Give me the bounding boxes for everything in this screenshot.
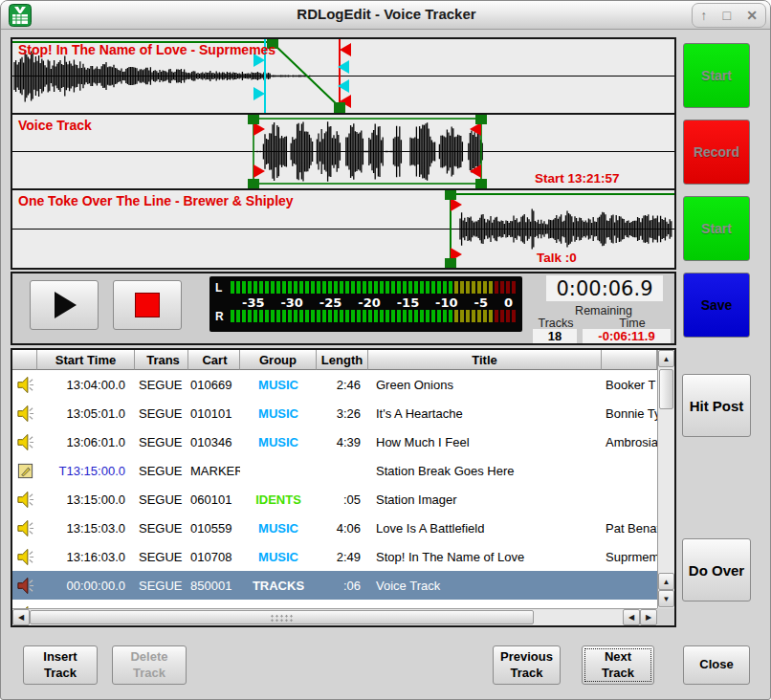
title-bar[interactable]: RDLogEdit - Voice Tracker ↑ □ ✕ (1, 1, 771, 30)
audio-cart-icon (16, 548, 34, 566)
track-title: Stop! In The Name of Love - Suprmemes (18, 42, 275, 57)
scroll-down-icon[interactable]: ▼ (658, 590, 674, 607)
col-icon[interactable] (12, 350, 37, 370)
remaining-label: Remaining (537, 304, 671, 317)
region-handle (445, 258, 456, 268)
region-handle (445, 190, 456, 200)
fade-handle (334, 102, 345, 113)
audio-cart-icon (16, 433, 34, 451)
log-row-1[interactable]: 13:04:00.0 SEGUE 010669 MUSIC 2:46 Green… (12, 370, 657, 399)
col-length[interactable]: Length (317, 350, 368, 370)
track-music-outgoing[interactable]: Stop! In The Name of Love - Suprmemes (12, 39, 674, 113)
col-cart[interactable]: Cart (188, 350, 240, 370)
region-handle (248, 115, 259, 124)
insert-track-button[interactable]: Insert Track (23, 645, 98, 685)
window-controls: ↑ □ ✕ (692, 3, 766, 28)
scroll-left-icon[interactable]: ◀ (623, 609, 640, 625)
col-start-time[interactable]: Start Time (37, 350, 135, 370)
stop-icon (135, 293, 160, 317)
time-label: Time (606, 317, 659, 330)
cue-handle-icon (253, 87, 265, 100)
start-handle-icon (451, 198, 462, 211)
log-row-4-marker[interactable]: T13:15:00.0 SEGUE MARKER Station Break G… (12, 456, 657, 485)
start-handle-icon (253, 122, 265, 136)
log-row-2[interactable]: 13:05:01.0 SEGUE 010101 MUSIC 3:26 It's … (12, 399, 657, 427)
thumb-grip (270, 614, 295, 623)
region-handle (475, 179, 487, 188)
start-time-annotation: Start 13:21:57 (535, 171, 620, 186)
audio-cart-icon (16, 405, 34, 423)
window-title: RDLogEdit - Voice Tracker (1, 6, 771, 22)
play-icon (50, 291, 78, 319)
start-handle-icon (253, 164, 265, 178)
audio-cart-icon (16, 491, 34, 509)
region-handle (248, 179, 259, 188)
meter-channel-left: L (213, 281, 231, 295)
talk-annotation: Talk :0 (537, 251, 577, 265)
scroll-up-icon[interactable]: ▲ (658, 350, 674, 367)
level-meter: L -35 -30 -25 -20 -15 -10 -5 0 R (209, 276, 522, 332)
col-group[interactable]: Group (240, 350, 317, 370)
tracks-remaining-value: 18 (533, 329, 577, 343)
track-music-incoming[interactable]: One Toke Over The Line - Brewer & Shiple… (12, 190, 674, 268)
track-voice[interactable]: Voice Track Start 13:21:57 (12, 115, 674, 188)
meter-right-segments (231, 310, 518, 322)
log-row-7[interactable]: 13:16:03.0 SEGUE 010708 MUSIC 2:49 Stop!… (12, 542, 657, 571)
vertical-scroll-thumb[interactable] (659, 369, 673, 409)
col-title[interactable]: Title (368, 350, 602, 370)
log-row-9[interactable]: 13:17:04.0 SEGUE 010175 MUSIC 3:17 One T… (12, 600, 657, 608)
region-handle (475, 115, 487, 124)
shade-icon[interactable]: ↑ (700, 9, 707, 22)
col-trans[interactable]: Trans (135, 350, 188, 370)
marker-note-icon (16, 462, 34, 480)
log-row-3[interactable]: 13:06:01.0 SEGUE 010346 MUSIC 4:39 How M… (12, 427, 657, 456)
meter-scale: -35 -30 -25 -20 -15 -10 -5 0 (213, 295, 522, 309)
log-row-5[interactable]: 13:15:00.0 SEGUE 060101 IDENTS :05 Stati… (12, 485, 657, 514)
log-table-header: Start Time Trans Cart Group Length Title (12, 350, 657, 370)
waveform-panel: Stop! In The Name of Love - Suprmemes Vo… (11, 37, 676, 270)
save-button[interactable]: Save (683, 273, 750, 338)
end-handle-icon (340, 43, 351, 56)
next-track-button[interactable]: Next Track (582, 645, 654, 685)
voice-track-icon (16, 577, 34, 595)
meter-left-segments (231, 281, 518, 294)
meter-channel-right: R (213, 310, 231, 323)
audio-cart-icon (16, 519, 34, 537)
do-over-button[interactable]: Do Over (682, 538, 751, 602)
delete-track-button[interactable]: Delete Track (112, 645, 187, 685)
horizontal-scroll-thumb[interactable] (30, 610, 534, 624)
close-button[interactable]: Close (683, 645, 750, 685)
log-row-6[interactable]: 13:15:03.0 SEGUE 010559 MUSIC 4:06 Love … (12, 514, 657, 542)
record-button[interactable]: Record (683, 120, 750, 185)
scroll-left-icon[interactable]: ◀ (12, 609, 30, 625)
audio-cart-icon (16, 376, 34, 394)
maximize-icon[interactable]: □ (722, 9, 730, 22)
close-icon[interactable]: ✕ (746, 9, 758, 22)
hit-post-button[interactable]: Hit Post (682, 374, 751, 437)
transport-panel: L -35 -30 -25 -20 -15 -10 -5 0 R 0:00:06… (11, 272, 676, 345)
col-artist[interactable] (602, 350, 657, 370)
elapsed-time-display: 0:00:06.9 (546, 275, 663, 301)
scroll-right-icon[interactable]: ▶ (640, 609, 657, 625)
vertical-scrollbar[interactable]: ▲ ▲ ▼ (657, 350, 674, 608)
voice-tracker-window: RDLogEdit - Voice Tracker ↑ □ ✕ (0, 0, 771, 700)
start-button-2[interactable]: Start (683, 196, 750, 261)
log-table-body: 13:04:00.0 SEGUE 010669 MUSIC 2:46 Green… (12, 370, 657, 608)
track-title: One Toke Over The Line - Brewer & Shiple… (18, 193, 294, 208)
scrollbar-corner (657, 608, 674, 625)
horizontal-scrollbar[interactable]: ◀ ◀ ▶ (12, 608, 657, 625)
scroll-up-icon[interactable]: ▲ (658, 573, 674, 590)
stop-button[interactable] (113, 280, 182, 330)
play-button[interactable] (30, 280, 99, 330)
tracks-label: Tracks (529, 317, 583, 330)
previous-track-button[interactable]: Previous Track (493, 645, 561, 685)
log-row-8-selected[interactable]: 00:00:00.0 SEGUE 850001 TRACKS :06 Voice… (12, 571, 657, 600)
time-remaining-value: -0:06:11.9 (583, 329, 671, 343)
log-table: Start Time Trans Cart Group Length Title… (11, 348, 676, 627)
start-button-1[interactable]: Start (683, 43, 750, 108)
track-title: Voice Track (18, 118, 92, 133)
